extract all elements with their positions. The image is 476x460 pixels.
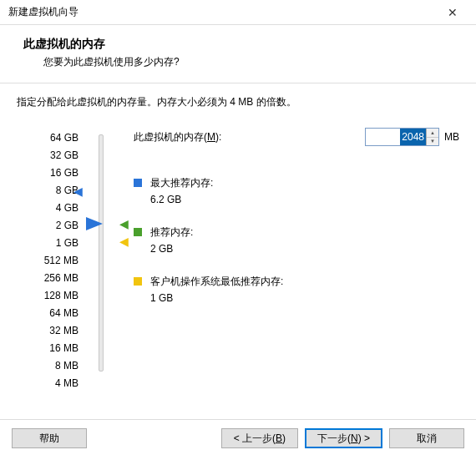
memory-label-prefix: 此虚拟机的内存(: [134, 131, 207, 143]
help-button[interactable]: 帮助: [12, 428, 87, 448]
legend-max: 最大推荐内存: 6.2 GB: [134, 176, 459, 205]
close-button[interactable]: ✕: [436, 1, 469, 24]
memory-slider[interactable]: ◀ ◀ ◀: [78, 128, 124, 378]
memory-scale-labels: 64 GB 32 GB 16 GB 8 GB 4 GB 2 GB 1 GB 51…: [17, 128, 78, 392]
memory-unit: MB: [444, 131, 459, 143]
scale-tick: 1 GB: [56, 235, 78, 252]
legend-rec-text: 推荐内存: 2 GB: [150, 225, 193, 255]
legend-max-value: 6.2 GB: [150, 194, 213, 205]
scale-tick: 4 GB: [56, 200, 78, 217]
cancel-button-label: 取消: [417, 432, 437, 446]
legend-rec: 推荐内存: 2 GB: [134, 225, 459, 255]
legend-max-icon: [134, 179, 142, 187]
scale-tick: 2 GB: [56, 217, 78, 235]
footer-right: < 上一步(B) 下一步(N) > 取消: [221, 428, 464, 448]
legend-rec-icon: [134, 228, 142, 236]
wizard-header: 此虚拟机的内存 您要为此虚拟机使用多少内存?: [0, 25, 476, 83]
memory-label-suffix: ):: [215, 131, 221, 143]
content: 指定分配给此虚拟机的内存量。内存大小必须为 4 MB 的倍数。 64 GB 32…: [0, 83, 476, 396]
legend-min: 客户机操作系统最低推荐内存: 1 GB: [134, 275, 459, 304]
back-suffix: ): [282, 432, 286, 444]
next-key: N: [351, 432, 358, 444]
spin-up-button[interactable]: ▲: [427, 129, 438, 138]
legend-min-text: 客户机操作系统最低推荐内存: 1 GB: [150, 275, 283, 304]
memory-spin-group: 2048 ▲ ▼ MB: [365, 128, 459, 146]
legend: 最大推荐内存: 6.2 GB 推荐内存: 2 GB 客户机操作系统最低推荐内存:: [134, 176, 459, 304]
window-title: 新建虚拟机向导: [8, 5, 78, 19]
slider-thumb[interactable]: [86, 217, 103, 230]
legend-max-label: 最大推荐内存:: [150, 176, 213, 190]
memory-config-row: 64 GB 32 GB 16 GB 8 GB 4 GB 2 GB 1 GB 51…: [17, 128, 459, 392]
close-icon: ✕: [448, 6, 458, 19]
scale-tick: 512 MB: [44, 252, 78, 270]
instruction-text: 指定分配给此虚拟机的内存量。内存大小必须为 4 MB 的倍数。: [17, 95, 459, 109]
memory-input-row: 此虚拟机的内存(M): 2048 ▲ ▼ MB: [134, 128, 459, 146]
scale-tick: 16 GB: [50, 164, 78, 182]
spin-buttons: ▲ ▼: [426, 129, 438, 145]
scale-tick: 256 MB: [44, 270, 78, 287]
legend-max-text: 最大推荐内存: 6.2 GB: [150, 176, 213, 205]
titlebar: 新建虚拟机向导 ✕: [0, 0, 476, 25]
memory-input-selection: 2048: [400, 129, 426, 145]
next-button[interactable]: 下一步(N) >: [305, 428, 382, 448]
memory-info: 此虚拟机的内存(M): 2048 ▲ ▼ MB: [124, 128, 459, 324]
memory-spin-wrap: 2048 ▲ ▼: [365, 128, 439, 146]
legend-min-label: 客户机操作系统最低推荐内存:: [150, 275, 283, 289]
back-key: B: [276, 432, 282, 444]
page-title: 此虚拟机的内存: [23, 37, 453, 52]
back-prefix: < 上一步(: [234, 432, 276, 446]
help-button-label: 帮助: [39, 432, 59, 446]
scale-tick: 64 MB: [49, 305, 78, 322]
memory-label: 此虚拟机的内存(M):: [134, 130, 221, 144]
legend-rec-value: 2 GB: [150, 243, 193, 255]
scale-tick: 4 MB: [55, 375, 78, 392]
scale-tick: 64 GB: [50, 129, 78, 147]
memory-spinner[interactable]: 2048 ▲ ▼: [365, 128, 439, 146]
scale-tick: 128 MB: [44, 287, 78, 305]
memory-label-hotkey: M: [207, 131, 215, 143]
spin-down-button[interactable]: ▼: [427, 138, 438, 146]
legend-rec-label: 推荐内存:: [150, 225, 193, 240]
scale-tick: 32 GB: [50, 147, 78, 164]
scale-tick: 8 MB: [55, 357, 78, 375]
legend-min-icon: [134, 277, 142, 286]
legend-min-value: 1 GB: [150, 292, 283, 304]
scale-tick: 32 MB: [49, 322, 78, 340]
next-prefix: 下一步(: [317, 432, 351, 446]
slider-track: [99, 134, 104, 372]
next-suffix: ) >: [358, 432, 370, 444]
back-button[interactable]: < 上一步(B): [221, 428, 298, 448]
wizard-footer: 帮助 < 上一步(B) 下一步(N) > 取消: [0, 419, 476, 460]
scale-tick: 16 MB: [49, 340, 78, 357]
cancel-button[interactable]: 取消: [389, 428, 464, 448]
page-subtitle: 您要为此虚拟机使用多少内存?: [23, 55, 453, 69]
